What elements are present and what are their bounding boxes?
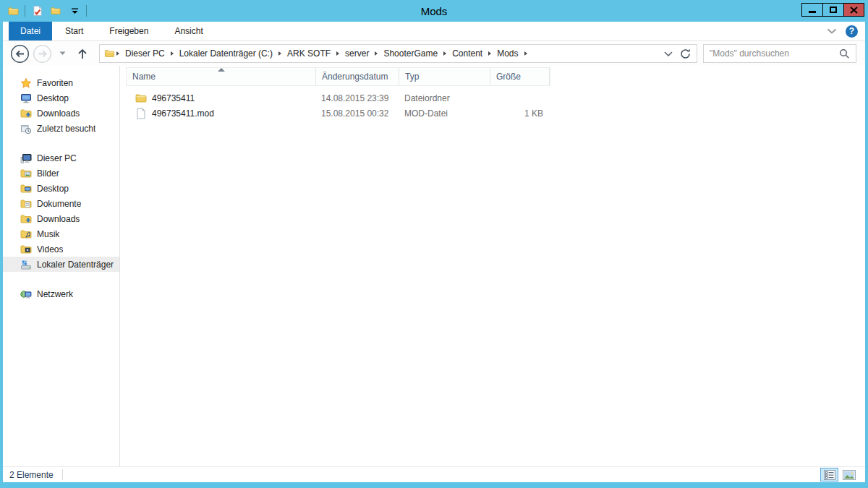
column-header-groesse[interactable]: Größe [490,68,550,85]
sidebar-item-desktop-pc[interactable]: Desktop [3,181,119,196]
breadcrumb-shootergame[interactable]: ShooterGame [379,48,442,59]
thumbnail-view-button[interactable] [840,468,858,481]
file-name: 496735411.mod [152,108,214,119]
tab-datei[interactable]: Datei [9,22,52,40]
window-body: Datei Start Freigeben Ansicht [3,22,865,482]
breadcrumb-separator-icon[interactable] [375,51,378,56]
breadcrumb-mods[interactable]: Mods [493,48,522,59]
file-row-496735411[interactable]: 496735411 14.08.2015 23:39 Dateiordner [126,90,859,106]
file-list-area: Name Änderungsdatum Typ Größe [120,66,865,466]
file-type-cell: MOD-Datei [399,108,490,119]
section-dieser-pc: Dieser PC Bilder Desktop Dokumente [3,150,119,272]
sidebar-item-dokumente[interactable]: Dokumente [3,196,119,211]
sidebar-item-musik[interactable]: Musik [3,226,119,241]
window-controls [801,3,864,17]
refresh-icon[interactable] [680,48,691,59]
new-folder-icon[interactable] [48,4,63,18]
help-button[interactable] [846,25,858,38]
sidebar-item-lokaler-datentraeger[interactable]: Lokaler Datenträger [3,257,119,272]
documents-folder-icon [20,198,32,210]
tab-ansicht[interactable]: Ansicht [161,22,216,40]
file-row-496735411-mod[interactable]: 496735411.mod 15.08.2015 00:32 MOD-Datei… [126,106,859,121]
breadcrumb-dieser-pc[interactable]: Dieser PC [121,48,169,59]
breadcrumb-server[interactable]: server [341,48,373,59]
sidebar-item-label: Zuletzt besucht [37,124,95,134]
folder-icon [135,93,147,104]
address-folder-icon [104,48,115,59]
breadcrumb-separator-icon[interactable] [524,51,527,56]
sidebar-item-dieser-pc[interactable]: Dieser PC [3,150,119,166]
close-icon [850,7,858,14]
main-area: Favoriten Desktop Downloads Zuletzt besu… [3,66,865,466]
column-header-typ[interactable]: Typ [399,68,490,85]
address-dropdown-chevron-icon[interactable] [664,51,673,56]
close-button[interactable] [843,3,864,17]
sidebar-item-downloads[interactable]: Downloads [3,106,119,121]
sidebar-item-bilder[interactable]: Bilder [3,166,119,181]
search-icon[interactable] [839,48,850,59]
breadcrumb-content[interactable]: Content [448,48,487,59]
breadcrumb-separator-icon[interactable] [336,51,339,56]
recent-locations-chevron-icon[interactable] [59,51,66,56]
column-label: Größe [496,72,521,82]
address-bar[interactable]: Dieser PC Lokaler Datenträger (C:) ARK S… [99,44,697,63]
breadcrumb-ark-sotf[interactable]: ARK SOTF [283,48,335,59]
ribbon-tab-bar: Datei Start Freigeben Ansicht [3,22,865,41]
pictures-folder-icon [20,168,32,179]
sidebar-item-label: Downloads [37,108,80,119]
breadcrumb: Dieser PC Lokaler Datenträger (C:) ARK S… [115,45,664,62]
search-input[interactable] [710,48,839,59]
maximize-button[interactable] [822,3,843,17]
network-icon [20,288,32,300]
breadcrumb-separator-icon[interactable] [116,51,119,56]
column-header-name[interactable]: Name [127,68,316,85]
breadcrumb-separator-icon[interactable] [488,51,491,56]
sidebar-item-videos[interactable]: Videos [3,241,119,257]
status-bar: 2 Elemente [3,466,865,482]
star-icon [20,77,32,89]
file-name-cell: 496735411.mod [126,108,315,119]
qat-separator [86,5,87,17]
file-type-cell: Dateiordner [399,93,490,103]
minimize-button[interactable] [801,3,822,17]
monitor-icon [20,93,32,104]
details-view-button[interactable] [820,468,838,481]
file-rows: 496735411 14.08.2015 23:39 Dateiordner 4… [126,90,859,121]
thumbnail-view-icon [843,470,856,480]
address-bar-tools [664,48,694,59]
sidebar-item-label: Dokumente [37,199,81,209]
maximize-icon [830,7,837,13]
sidebar-item-label: Desktop [37,93,69,103]
column-header-aenderungsdatum[interactable]: Änderungsdatum [316,68,399,85]
breadcrumb-separator-icon[interactable] [171,51,174,56]
navigation-pane: Favoriten Desktop Downloads Zuletzt besu… [3,66,120,466]
back-button[interactable] [10,44,30,64]
tab-freigeben[interactable]: Freigeben [96,22,161,40]
sidebar-item-label: Netzwerk [37,289,73,299]
column-label: Änderungsdatum [322,72,388,82]
sidebar-item-label: Videos [37,244,63,254]
sidebar-item-favoriten[interactable]: Favoriten [3,75,119,90]
sidebar-item-downloads-pc[interactable]: Downloads [3,211,119,226]
forward-button[interactable] [33,44,52,64]
breadcrumb-separator-icon[interactable] [443,51,446,56]
properties-icon[interactable] [30,4,44,18]
recent-places-icon [20,123,32,134]
view-toggle-buttons [820,468,858,481]
customize-quick-access-icon[interactable] [67,4,82,18]
breadcrumb-separator-icon[interactable] [278,51,281,56]
sidebar-item-desktop[interactable]: Desktop [3,90,119,106]
title-bar: Mods [0,0,868,22]
file-size-cell: 1 KB [490,108,543,119]
sidebar-item-zuletzt-besucht[interactable]: Zuletzt besucht [3,121,119,136]
tab-start[interactable]: Start [52,22,96,40]
item-count: 2 Elemente [9,470,54,480]
downloads-folder-icon [20,108,32,119]
ribbon-collapse-chevron-icon[interactable] [827,28,837,34]
breadcrumb-lokaler-datentraeger[interactable]: Lokaler Datenträger (C:) [175,48,277,59]
explorer-app-icon[interactable] [6,4,20,18]
sidebar-item-netzwerk[interactable]: Netzwerk [3,286,119,301]
minimize-icon [809,11,816,13]
details-view-icon [824,470,835,480]
up-button[interactable] [76,47,89,61]
